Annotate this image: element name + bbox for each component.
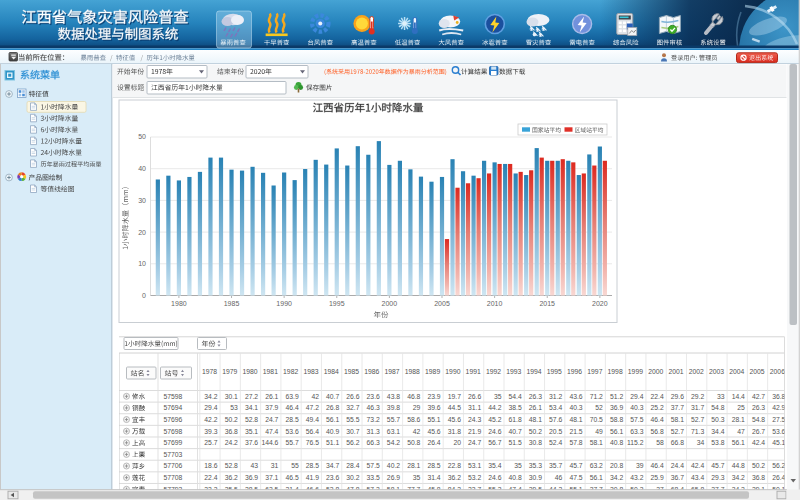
svg-text:37.1: 37.1 xyxy=(265,474,278,481)
svg-text:43.8: 43.8 xyxy=(387,393,400,400)
svg-text:45.7: 45.7 xyxy=(569,462,582,469)
svg-text:1999: 1999 xyxy=(628,368,643,375)
svg-text:19.7: 19.7 xyxy=(448,393,461,400)
svg-text:31.7: 31.7 xyxy=(691,404,704,411)
svg-text:2004: 2004 xyxy=(729,368,744,375)
svg-text:53.6: 53.6 xyxy=(285,428,298,435)
svg-text:63.2: 63.2 xyxy=(590,462,603,469)
svg-text:43.6: 43.6 xyxy=(569,393,582,400)
svg-text:2003: 2003 xyxy=(709,368,724,375)
svg-text:26.6: 26.6 xyxy=(346,393,359,400)
svg-text:2002: 2002 xyxy=(689,368,704,375)
svg-text:30.1: 30.1 xyxy=(225,393,238,400)
svg-text:55.7: 55.7 xyxy=(285,439,298,446)
svg-text:1985: 1985 xyxy=(224,300,240,307)
svg-text:2005: 2005 xyxy=(434,300,450,307)
svg-text:53.6: 53.6 xyxy=(772,428,785,435)
svg-text:35: 35 xyxy=(494,393,502,400)
svg-text:50.8: 50.8 xyxy=(407,439,420,446)
svg-text:20: 20 xyxy=(138,229,146,236)
svg-text:38.5: 38.5 xyxy=(509,404,522,411)
svg-text:29.3: 29.3 xyxy=(711,474,724,481)
svg-text:58.1: 58.1 xyxy=(590,439,603,446)
svg-text:24.4: 24.4 xyxy=(671,462,684,469)
svg-text:35.1: 35.1 xyxy=(245,428,258,435)
svg-text:56.7: 56.7 xyxy=(488,439,501,446)
svg-text:23.6: 23.6 xyxy=(326,474,339,481)
svg-text:73.2: 73.2 xyxy=(367,416,380,423)
svg-text:1992: 1992 xyxy=(486,368,501,375)
svg-text:28.5: 28.5 xyxy=(285,416,298,423)
svg-text:58.6: 58.6 xyxy=(407,416,420,423)
svg-text:1985: 1985 xyxy=(344,368,359,375)
svg-text:63.9: 63.9 xyxy=(285,393,298,400)
svg-text:35: 35 xyxy=(514,462,522,469)
svg-text:2020: 2020 xyxy=(592,300,608,307)
svg-text:52.7: 52.7 xyxy=(691,416,704,423)
svg-text:29.4: 29.4 xyxy=(204,404,217,411)
svg-text:26.3: 26.3 xyxy=(529,393,542,400)
svg-text:57.5: 57.5 xyxy=(630,416,643,423)
svg-text:39.3: 39.3 xyxy=(204,428,217,435)
svg-text:49: 49 xyxy=(595,428,603,435)
svg-text:46: 46 xyxy=(555,474,563,481)
svg-text:2015: 2015 xyxy=(539,300,555,307)
svg-text:46.4: 46.4 xyxy=(285,404,298,411)
svg-text:40.3: 40.3 xyxy=(569,404,582,411)
svg-text:37.6: 37.6 xyxy=(245,439,258,446)
svg-text:42.4: 42.4 xyxy=(752,439,765,446)
svg-text:28.1: 28.1 xyxy=(732,416,745,423)
svg-text:40.7: 40.7 xyxy=(509,428,522,435)
svg-text:1980: 1980 xyxy=(171,300,187,307)
svg-text:56.1: 56.1 xyxy=(610,428,623,435)
svg-text:57694: 57694 xyxy=(164,404,183,411)
svg-text:53.2: 53.2 xyxy=(468,474,481,481)
svg-text:56.4: 56.4 xyxy=(306,428,319,435)
svg-text:44.8: 44.8 xyxy=(732,462,745,469)
svg-text:31: 31 xyxy=(271,462,279,469)
svg-text:49.4: 49.4 xyxy=(306,416,319,423)
svg-text:1991: 1991 xyxy=(466,368,481,375)
svg-text:26.4: 26.4 xyxy=(772,474,785,481)
svg-text:44.2: 44.2 xyxy=(488,404,501,411)
svg-text:36.8: 36.8 xyxy=(772,393,785,400)
svg-text:24.7: 24.7 xyxy=(265,416,278,423)
svg-text:22.8: 22.8 xyxy=(448,462,461,469)
svg-text:26.1: 26.1 xyxy=(529,404,542,411)
svg-text:47.2: 47.2 xyxy=(306,404,319,411)
svg-text:30.7: 30.7 xyxy=(346,428,359,435)
svg-text:2001: 2001 xyxy=(668,368,683,375)
svg-text:1990: 1990 xyxy=(445,368,460,375)
svg-text:56.1: 56.1 xyxy=(732,439,745,446)
svg-text:57.6: 57.6 xyxy=(549,416,562,423)
svg-text:40.2: 40.2 xyxy=(387,462,400,469)
svg-text:25.9: 25.9 xyxy=(651,474,664,481)
svg-text:35.7: 35.7 xyxy=(549,462,562,469)
svg-text:52.8: 52.8 xyxy=(245,416,258,423)
svg-text:50: 50 xyxy=(138,133,146,140)
svg-text:20: 20 xyxy=(453,439,461,446)
svg-text:45.6: 45.6 xyxy=(448,416,461,423)
svg-text:36.9: 36.9 xyxy=(245,474,258,481)
svg-text:14.4: 14.4 xyxy=(732,393,745,400)
svg-text:34: 34 xyxy=(697,439,705,446)
svg-text:46.8: 46.8 xyxy=(407,393,420,400)
svg-text:1995: 1995 xyxy=(547,368,562,375)
svg-text:56.1: 56.1 xyxy=(326,416,339,423)
svg-text:40.8: 40.8 xyxy=(509,474,522,481)
svg-text:26.7: 26.7 xyxy=(752,428,765,435)
svg-text:76.5: 76.5 xyxy=(306,439,319,446)
svg-text:22.4: 22.4 xyxy=(651,393,664,400)
svg-text:42: 42 xyxy=(413,428,421,435)
svg-text:66.8: 66.8 xyxy=(671,439,684,446)
svg-text:56.8: 56.8 xyxy=(651,428,664,435)
svg-text:54.8: 54.8 xyxy=(711,404,724,411)
svg-text:63.3: 63.3 xyxy=(630,428,643,435)
svg-text:40.7: 40.7 xyxy=(326,393,339,400)
svg-text:46.4: 46.4 xyxy=(651,416,664,423)
svg-text:29.2: 29.2 xyxy=(691,393,704,400)
svg-text:32.7: 32.7 xyxy=(346,404,359,411)
svg-text:30.2: 30.2 xyxy=(346,474,359,481)
svg-text:47: 47 xyxy=(737,428,745,435)
svg-text:55.1: 55.1 xyxy=(427,416,440,423)
